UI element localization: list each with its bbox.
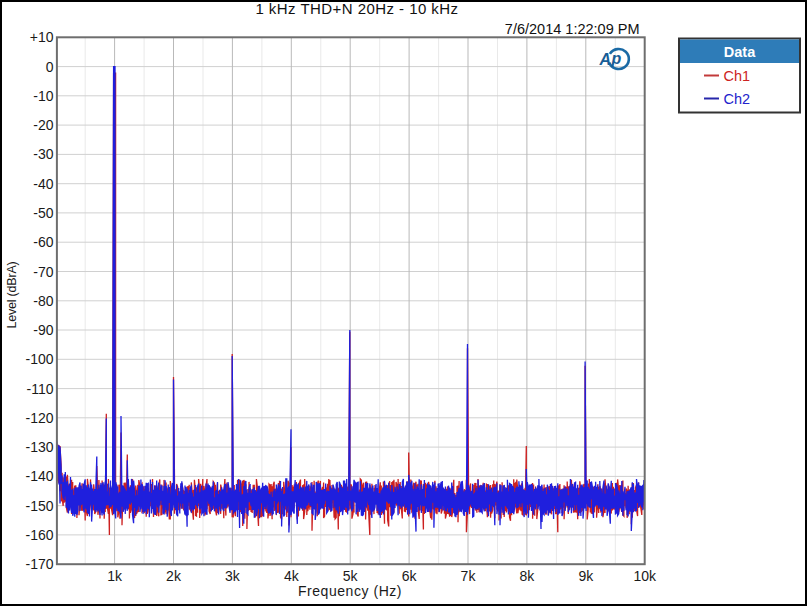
svg-text:Frequency (Hz): Frequency (Hz) bbox=[298, 583, 402, 599]
svg-text:p: p bbox=[611, 50, 622, 67]
svg-text:-30: -30 bbox=[33, 146, 53, 162]
svg-text:1 kHz THD+N 20Hz - 10 kHz: 1 kHz THD+N 20Hz - 10 kHz bbox=[255, 0, 458, 17]
svg-text:-70: -70 bbox=[33, 264, 53, 280]
svg-text:Level (dBrA): Level (dBrA) bbox=[5, 261, 19, 328]
svg-text:-10: -10 bbox=[33, 88, 53, 104]
svg-text:7/6/2014 1:22:09 PM: 7/6/2014 1:22:09 PM bbox=[505, 21, 640, 37]
svg-text:-130: -130 bbox=[25, 439, 53, 455]
svg-text:A: A bbox=[599, 51, 612, 68]
svg-text:-20: -20 bbox=[33, 117, 53, 133]
svg-text:6k: 6k bbox=[402, 568, 418, 584]
svg-text:8k: 8k bbox=[520, 568, 536, 584]
svg-text:10k: 10k bbox=[633, 568, 657, 584]
svg-text:-150: -150 bbox=[25, 498, 53, 514]
svg-text:4k: 4k bbox=[284, 568, 300, 584]
svg-text:-140: -140 bbox=[25, 468, 53, 484]
svg-text:5k: 5k bbox=[343, 568, 359, 584]
svg-text:-170: -170 bbox=[25, 556, 53, 572]
svg-text:0: 0 bbox=[46, 59, 54, 75]
svg-text:-40: -40 bbox=[33, 176, 53, 192]
svg-text:-100: -100 bbox=[25, 351, 53, 367]
svg-text:2k: 2k bbox=[166, 568, 182, 584]
svg-text:-50: -50 bbox=[33, 205, 53, 221]
svg-text:Ch1: Ch1 bbox=[724, 68, 751, 84]
svg-text:-90: -90 bbox=[33, 322, 53, 338]
svg-text:9k: 9k bbox=[578, 568, 594, 584]
svg-text:Data: Data bbox=[724, 44, 756, 60]
svg-text:1k: 1k bbox=[107, 568, 123, 584]
svg-text:7k: 7k bbox=[461, 568, 477, 584]
svg-text:-110: -110 bbox=[27, 381, 54, 397]
svg-text:-120: -120 bbox=[25, 410, 53, 426]
svg-text:Ch2: Ch2 bbox=[724, 91, 751, 107]
svg-text:+10: +10 bbox=[30, 29, 54, 45]
svg-text:-160: -160 bbox=[25, 527, 53, 543]
svg-text:3k: 3k bbox=[225, 568, 241, 584]
svg-text:-60: -60 bbox=[33, 234, 53, 250]
svg-text:-80: -80 bbox=[33, 293, 53, 309]
